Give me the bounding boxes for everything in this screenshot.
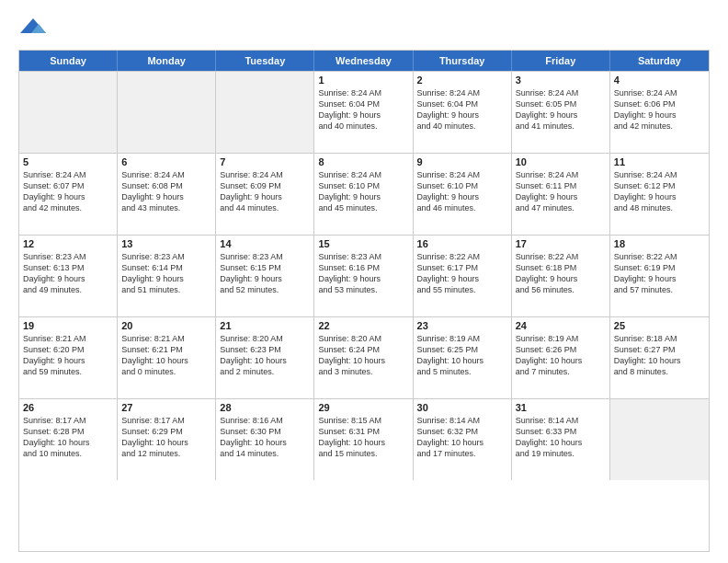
calendar-day-19: 19Sunrise: 8:21 AMSunset: 6:20 PMDayligh…: [19, 317, 118, 398]
cell-info-line: and 2 minutes.: [220, 366, 310, 377]
cell-info-line: and 44 minutes.: [220, 202, 310, 213]
day-number: 10: [516, 156, 606, 167]
cell-info-line: and 47 minutes.: [516, 202, 606, 213]
calendar-day-15: 15Sunrise: 8:23 AMSunset: 6:16 PMDayligh…: [314, 236, 413, 316]
logo: [18, 15, 46, 40]
cell-info-line: Daylight: 9 hours: [614, 109, 705, 121]
calendar-week-2: 5Sunrise: 8:24 AMSunset: 6:07 PMDaylight…: [19, 153, 709, 235]
cell-info-line: Sunset: 6:31 PM: [318, 426, 408, 437]
cell-info-line: Daylight: 10 hours: [318, 355, 408, 366]
day-number: 31: [516, 402, 606, 413]
cell-info-line: and 0 minutes.: [121, 366, 211, 377]
calendar-day-21: 21Sunrise: 8:20 AMSunset: 6:23 PMDayligh…: [216, 317, 314, 398]
cell-info-line: Sunset: 6:12 PM: [614, 180, 705, 191]
calendar-day-18: 18Sunrise: 8:22 AMSunset: 6:19 PMDayligh…: [610, 236, 709, 316]
cell-info-line: Daylight: 10 hours: [220, 437, 310, 448]
cell-info-line: Sunset: 6:27 PM: [614, 344, 705, 355]
calendar-day-25: 25Sunrise: 8:18 AMSunset: 6:27 PMDayligh…: [610, 317, 709, 398]
cell-info-line: Daylight: 9 hours: [614, 273, 705, 284]
cell-info-line: Sunrise: 8:24 AM: [318, 169, 408, 180]
cell-info-line: and 57 minutes.: [614, 284, 705, 295]
day-number: 22: [318, 320, 408, 331]
cell-info-line: and 7 minutes.: [516, 366, 606, 377]
day-number: 14: [220, 238, 310, 249]
header-day-friday: Friday: [512, 51, 610, 71]
cell-info-line: Daylight: 10 hours: [417, 437, 507, 448]
cell-info-line: Sunset: 6:20 PM: [23, 344, 113, 355]
cell-info-line: and 19 minutes.: [516, 448, 606, 459]
calendar-day-8: 8Sunrise: 8:24 AMSunset: 6:10 PMDaylight…: [314, 154, 413, 235]
cell-info-line: Sunrise: 8:22 AM: [417, 251, 507, 262]
cell-info-line: and 14 minutes.: [220, 448, 310, 459]
cell-info-line: Sunset: 6:05 PM: [516, 98, 606, 109]
cell-info-line: Daylight: 9 hours: [417, 191, 507, 202]
calendar-day-14: 14Sunrise: 8:23 AMSunset: 6:15 PMDayligh…: [216, 236, 314, 316]
day-number: 2: [417, 75, 507, 86]
cell-info-line: Daylight: 10 hours: [614, 355, 705, 366]
cell-info-line: Sunset: 6:04 PM: [417, 98, 507, 109]
calendar-day-5: 5Sunrise: 8:24 AMSunset: 6:07 PMDaylight…: [19, 154, 118, 235]
cell-info-line: Sunset: 6:04 PM: [318, 98, 408, 109]
cell-info-line: Sunrise: 8:17 AM: [121, 415, 211, 426]
cell-info-line: Sunset: 6:21 PM: [121, 344, 211, 355]
cell-info-line: Sunset: 6:29 PM: [121, 426, 211, 437]
day-number: 5: [23, 156, 113, 167]
calendar-day-16: 16Sunrise: 8:22 AMSunset: 6:17 PMDayligh…: [414, 236, 512, 316]
cell-info-line: Daylight: 9 hours: [417, 109, 507, 121]
cell-info-line: and 51 minutes.: [121, 284, 211, 295]
cell-info-line: Sunset: 6:28 PM: [23, 426, 113, 437]
day-number: 17: [516, 238, 606, 249]
day-number: 25: [614, 320, 705, 331]
cell-info-line: Daylight: 9 hours: [220, 191, 310, 202]
calendar-day-13: 13Sunrise: 8:23 AMSunset: 6:14 PMDayligh…: [118, 236, 216, 316]
cell-info-line: Daylight: 9 hours: [121, 273, 211, 284]
calendar-week-3: 12Sunrise: 8:23 AMSunset: 6:13 PMDayligh…: [19, 235, 709, 316]
calendar-day-24: 24Sunrise: 8:19 AMSunset: 6:26 PMDayligh…: [512, 317, 610, 398]
header-day-wednesday: Wednesday: [314, 51, 413, 71]
calendar-day-17: 17Sunrise: 8:22 AMSunset: 6:18 PMDayligh…: [512, 236, 610, 316]
logo-icon: [20, 15, 46, 40]
calendar-empty-cell: [610, 399, 709, 480]
calendar-empty-cell: [118, 72, 216, 153]
cell-info-line: and 10 minutes.: [23, 448, 113, 459]
day-number: 29: [318, 402, 408, 413]
day-number: 21: [220, 320, 310, 331]
cell-info-line: and 17 minutes.: [417, 448, 507, 459]
cell-info-line: Sunset: 6:26 PM: [516, 344, 606, 355]
calendar-day-10: 10Sunrise: 8:24 AMSunset: 6:11 PMDayligh…: [512, 154, 610, 235]
cell-info-line: and 42 minutes.: [614, 121, 705, 132]
day-number: 13: [121, 238, 211, 249]
cell-info-line: and 42 minutes.: [23, 202, 113, 213]
cell-info-line: Sunset: 6:08 PM: [121, 180, 211, 191]
calendar-week-5: 26Sunrise: 8:17 AMSunset: 6:28 PMDayligh…: [19, 398, 709, 480]
cell-info-line: Sunset: 6:14 PM: [121, 262, 211, 273]
cell-info-line: and 55 minutes.: [417, 284, 507, 295]
header-day-tuesday: Tuesday: [216, 51, 314, 71]
day-number: 3: [516, 75, 606, 86]
day-number: 12: [23, 238, 113, 249]
cell-info-line: Sunrise: 8:24 AM: [614, 87, 705, 98]
cell-info-line: Sunrise: 8:19 AM: [417, 333, 507, 344]
calendar-day-23: 23Sunrise: 8:19 AMSunset: 6:25 PMDayligh…: [414, 317, 512, 398]
day-number: 15: [318, 238, 408, 249]
cell-info-line: Sunset: 6:17 PM: [417, 262, 507, 273]
cell-info-line: Sunrise: 8:24 AM: [220, 169, 310, 180]
cell-info-line: Sunrise: 8:22 AM: [614, 251, 705, 262]
calendar-day-27: 27Sunrise: 8:17 AMSunset: 6:29 PMDayligh…: [118, 399, 216, 480]
cell-info-line: Sunrise: 8:23 AM: [121, 251, 211, 262]
calendar-day-1: 1Sunrise: 8:24 AMSunset: 6:04 PMDaylight…: [314, 72, 413, 153]
calendar-day-2: 2Sunrise: 8:24 AMSunset: 6:04 PMDaylight…: [414, 72, 512, 153]
cell-info-line: Sunset: 6:16 PM: [318, 262, 408, 273]
cell-info-line: and 59 minutes.: [23, 366, 113, 377]
calendar-day-11: 11Sunrise: 8:24 AMSunset: 6:12 PMDayligh…: [610, 154, 709, 235]
calendar-day-9: 9Sunrise: 8:24 AMSunset: 6:10 PMDaylight…: [414, 154, 512, 235]
cell-info-line: Sunset: 6:25 PM: [417, 344, 507, 355]
cell-info-line: Daylight: 9 hours: [318, 109, 408, 121]
cell-info-line: Daylight: 9 hours: [121, 191, 211, 202]
cell-info-line: Sunrise: 8:24 AM: [417, 169, 507, 180]
calendar-day-12: 12Sunrise: 8:23 AMSunset: 6:13 PMDayligh…: [19, 236, 118, 316]
cell-info-line: and 52 minutes.: [220, 284, 310, 295]
day-number: 19: [23, 320, 113, 331]
calendar-empty-cell: [19, 72, 118, 153]
cell-info-line: Daylight: 10 hours: [121, 437, 211, 448]
